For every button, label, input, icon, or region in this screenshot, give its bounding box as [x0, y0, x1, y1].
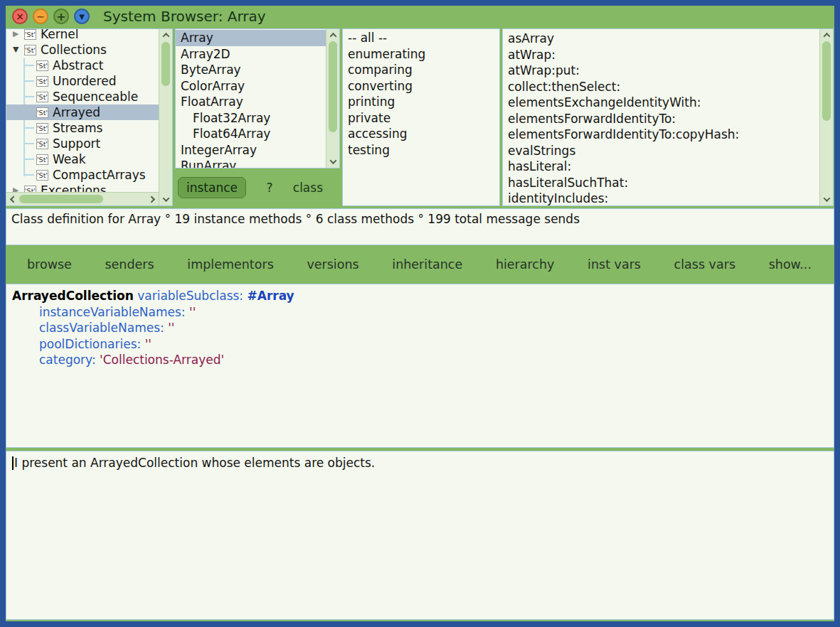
protocol-item[interactable]: accessing: [343, 126, 499, 142]
tree-item-weak[interactable]: 'St'Weak: [6, 151, 159, 167]
tree-item-kernel[interactable]: ▶'St'Kernel: [6, 29, 159, 42]
tree-item-collections[interactable]: ▼'St'Collections: [6, 42, 159, 58]
scroll-up-icon[interactable]: [159, 30, 172, 41]
code-segment: instanceVariableNames:: [39, 305, 186, 319]
class-switch-button[interactable]: class: [293, 181, 323, 195]
classvars-button[interactable]: class vars: [674, 257, 735, 272]
class-category-pane: ▶'St'Kernel▼'St'Collections'St'Abstract'…: [6, 28, 173, 206]
code-line: classVariableNames: '': [12, 320, 828, 336]
method-item[interactable]: atWrap:put:: [503, 63, 819, 79]
versions-button[interactable]: versions: [307, 257, 358, 272]
class-item-runarray[interactable]: RunArray: [176, 158, 326, 168]
class-item-float64array[interactable]: Float64Array: [176, 126, 326, 142]
st-icon: 'St': [24, 29, 36, 40]
protocol-item[interactable]: testing: [343, 142, 499, 159]
class-vertical-scrollbar[interactable]: [326, 29, 339, 168]
scroll-down-icon[interactable]: [159, 194, 172, 205]
protocol-item[interactable]: private: [343, 110, 499, 127]
minimize-button[interactable]: −: [33, 9, 48, 24]
code-pane[interactable]: ArrayedCollection variableSubclass: #Arr…: [6, 284, 834, 448]
comment-pane[interactable]: I present an ArrayedCollection whose ele…: [6, 451, 834, 620]
inheritance-button[interactable]: inheritance: [392, 257, 462, 272]
method-item[interactable]: collect:thenSelect:: [503, 79, 819, 95]
category-vertical-scrollbar[interactable]: [159, 29, 172, 205]
scroll-left-icon[interactable]: [7, 193, 18, 205]
scroll-down-icon[interactable]: [326, 156, 339, 167]
method-item[interactable]: hasLiteral:: [503, 159, 819, 175]
class-item-float32array[interactable]: Float32Array: [176, 110, 326, 127]
scrollbar-thumb[interactable]: [822, 41, 831, 121]
tree-item-abstract[interactable]: 'St'Abstract: [6, 58, 159, 73]
method-item[interactable]: identityIncludes:: [503, 191, 819, 205]
browse-button[interactable]: browse: [27, 257, 72, 272]
method-item[interactable]: hasLiteralSuchThat:: [503, 175, 819, 191]
code-segment: #Array: [248, 289, 294, 303]
method-list: asArrayatWrap:atWrap:put:collect:thenSel…: [503, 29, 819, 205]
method-pane: asArrayatWrap:atWrap:put:collect:thenSel…: [502, 28, 834, 206]
tree-item-unordered[interactable]: 'St'Unordered: [6, 73, 159, 89]
titlebar[interactable]: × − + ▼ System Browser: Array: [6, 6, 834, 28]
tree-item-label: Exceptions: [41, 183, 107, 192]
method-item[interactable]: evalStrings: [503, 143, 819, 159]
tree-item-label: Collections: [41, 42, 107, 58]
hierarchy-button[interactable]: hierarchy: [496, 257, 555, 272]
tree-item-compactarrays[interactable]: 'St'CompactArrays: [6, 167, 159, 183]
class-item-integerarray[interactable]: IntegerArray: [176, 142, 326, 159]
maximize-button[interactable]: +: [53, 9, 69, 24]
scroll-down-icon[interactable]: [820, 194, 833, 205]
code-segment: 'Collections-Arrayed': [100, 353, 224, 367]
window-menu-button[interactable]: ▼: [74, 9, 90, 24]
comment-switch-button[interactable]: ?: [266, 181, 272, 195]
protocol-item[interactable]: comparing: [343, 62, 499, 78]
st-icon: 'St': [36, 60, 48, 71]
show-button[interactable]: show...: [769, 257, 812, 272]
class-item-colorarray[interactable]: ColorArray: [176, 78, 326, 95]
window-title: System Browser: Array: [103, 8, 266, 25]
tree-item-exceptions[interactable]: ▶'St'Exceptions: [6, 183, 159, 192]
tree-item-label: Support: [53, 136, 100, 151]
tree-item-sequenceable[interactable]: 'St'Sequenceable: [6, 89, 159, 104]
expand-arrow-icon[interactable]: ▶: [13, 29, 24, 42]
method-item[interactable]: atWrap:: [503, 47, 819, 63]
scroll-up-icon[interactable]: [326, 30, 339, 41]
tree-item-arrayed[interactable]: 'St'Arrayed: [6, 104, 159, 120]
scroll-right-icon[interactable]: [147, 193, 158, 205]
action-button-row: browsesendersimplementorsversionsinherit…: [6, 247, 834, 282]
scrollbar-thumb[interactable]: [161, 42, 170, 86]
class-item-floatarray[interactable]: FloatArray: [176, 94, 326, 110]
method-vertical-scrollbar[interactable]: [819, 29, 833, 205]
protocol-item[interactable]: printing: [343, 94, 499, 110]
close-button[interactable]: ×: [12, 9, 28, 24]
protocol-item[interactable]: converting: [343, 78, 499, 95]
method-item[interactable]: asArray: [503, 31, 819, 47]
tree-item-support[interactable]: 'St'Support: [6, 136, 159, 151]
method-item[interactable]: elementsExchangeIdentityWith:: [503, 95, 819, 111]
tree-item-label: Unordered: [53, 73, 116, 89]
scrollbar-thumb[interactable]: [329, 41, 337, 132]
code-segment: classVariableNames:: [39, 321, 164, 335]
instance-switch-button[interactable]: instance: [178, 177, 246, 198]
senders-button[interactable]: senders: [105, 257, 154, 272]
class-item-array2d[interactable]: Array2D: [176, 46, 326, 63]
tree-item-streams[interactable]: 'St'Streams: [6, 120, 159, 136]
tree-item-label: Sequenceable: [53, 89, 138, 104]
text-cursor: [12, 456, 14, 470]
method-item[interactable]: elementsForwardIdentityTo:copyHash:: [503, 127, 819, 143]
code-line: poolDictionaries: '': [12, 336, 828, 353]
code-segment: ArrayedCollection: [12, 289, 134, 303]
collapse-arrow-icon[interactable]: ▼: [13, 42, 24, 58]
scroll-up-icon[interactable]: [820, 30, 833, 41]
protocol-item[interactable]: -- all --: [343, 30, 499, 46]
instvars-button[interactable]: inst vars: [588, 257, 641, 272]
expand-arrow-icon[interactable]: ▶: [13, 183, 24, 192]
class-pane: ArrayArray2DByteArrayColorArrayFloatArra…: [175, 28, 340, 206]
class-item-array[interactable]: Array: [176, 30, 326, 46]
tree-item-label: Kernel: [41, 29, 78, 42]
class-item-bytearray[interactable]: ByteArray: [176, 62, 326, 78]
protocol-list: -- all --enumeratingcomparingconvertingp…: [343, 29, 499, 205]
category-horizontal-scrollbar[interactable]: [6, 192, 159, 205]
implementors-button[interactable]: implementors: [187, 257, 273, 272]
protocol-item[interactable]: enumerating: [343, 46, 499, 63]
method-item[interactable]: elementsForwardIdentityTo:: [503, 111, 819, 127]
scrollbar-thumb[interactable]: [19, 195, 103, 203]
